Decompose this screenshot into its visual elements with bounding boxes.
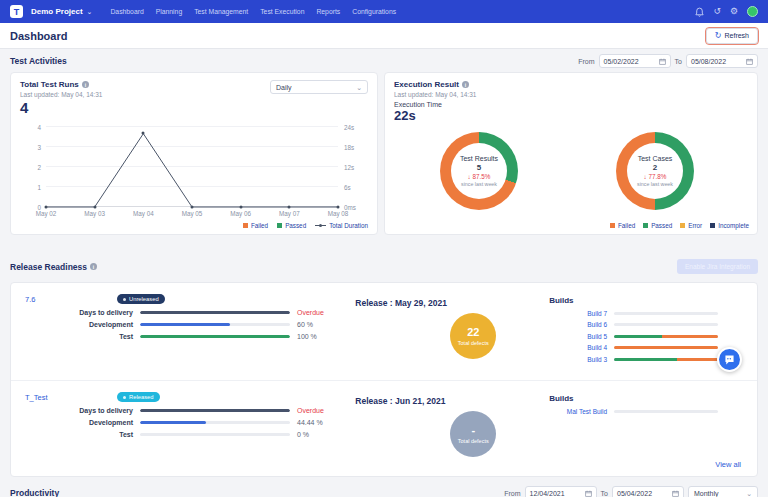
build-name-link[interactable]: Mal Test Build — [549, 408, 607, 415]
nav-item-planning[interactable]: Planning — [156, 8, 182, 15]
exec-legend-item-error[interactable]: Error — [680, 222, 702, 229]
period-select-value: Daily — [276, 84, 292, 91]
total-test-runs-last-updated: Last updated: May 04, 14:31 — [20, 91, 102, 98]
nav-item-test-management[interactable]: Test Management — [194, 8, 248, 15]
build-name-link[interactable]: Build 3 — [549, 356, 607, 363]
to-date-input[interactable]: 05/08/2022 — [686, 54, 758, 68]
execution-time-label: Execution Time — [394, 101, 748, 108]
info-icon[interactable]: i — [82, 81, 89, 88]
y2-axis-label: 6s — [344, 183, 351, 190]
nav-item-reports[interactable]: Reports — [316, 8, 340, 15]
release-name-link[interactable]: T_Test — [25, 393, 117, 402]
calendar-icon — [585, 490, 592, 497]
build-name-link[interactable]: Build 6 — [549, 321, 607, 328]
build-bar-segment — [614, 335, 662, 338]
release-readiness-header: Release Readiness i Enable Jira Integrat… — [10, 259, 758, 274]
metric-value: Overdue — [297, 309, 324, 316]
y2-axis-label: 18s — [344, 143, 354, 150]
build-bar — [614, 323, 718, 326]
release-date: Release : May 29, 2021 — [355, 298, 549, 308]
defects-label: Total defects — [458, 340, 489, 346]
donut-1: Test Cases2↓ 77.8%since last week — [616, 132, 694, 210]
release-row-t-test: T_TestReleasedDays to deliveryOverdueDev… — [11, 380, 757, 477]
view-all-link[interactable]: View all — [715, 460, 741, 469]
metric-bar — [140, 421, 290, 425]
nav-item-test-execution[interactable]: Test Execution — [260, 8, 304, 15]
to-date-value: 05/08/2022 — [691, 58, 726, 65]
donut-0: Test Results5↓ 87.5%since last week — [440, 132, 518, 210]
donut-value: 5 — [477, 163, 481, 173]
execution-result-last-updated: Last updated: May 04, 14:31 — [394, 91, 748, 98]
settings-gear-icon[interactable]: ⚙ — [730, 7, 738, 16]
info-icon[interactable]: i — [90, 263, 97, 270]
builds-column: BuildsMal Test Build — [549, 392, 743, 469]
test-activities-date-filters: From 05/02/2022 To 05/08/2022 — [578, 54, 758, 68]
y2-axis-label: 24s — [344, 123, 354, 130]
refresh-label: Refresh — [724, 32, 749, 39]
duration-line — [46, 127, 338, 207]
x-axis-label: May 06 — [230, 210, 251, 217]
metric-value: 0 % — [297, 431, 309, 438]
donut-center: Test Cases2↓ 77.8%since last week — [627, 143, 683, 199]
nav-item-configurations[interactable]: Configurations — [352, 8, 396, 15]
legend-item-failed[interactable]: Failed — [243, 222, 268, 229]
test-activities-header: Test Activities From 05/02/2022 To 05/08… — [10, 54, 758, 68]
app-logo-letter: T — [14, 7, 20, 17]
period-select[interactable]: Daily ⌄ — [270, 80, 368, 94]
user-avatar[interactable] — [747, 6, 758, 17]
build-bar — [614, 335, 718, 338]
build-name-link[interactable]: Build 7 — [549, 310, 607, 317]
productivity-to-date-input[interactable]: 05/04/2022 — [612, 486, 684, 497]
chevron-down-icon: ⌄ — [87, 8, 93, 15]
app-logo[interactable]: T — [10, 5, 23, 18]
legend-label: Passed — [651, 222, 672, 229]
legend-label: Failed — [251, 222, 268, 229]
build-row-build-3: Build 3 — [549, 356, 743, 363]
exec-legend-item-failed[interactable]: Failed — [610, 222, 635, 229]
build-bar — [614, 410, 718, 413]
release-name-link[interactable]: 7.6 — [25, 295, 117, 304]
history-icon[interactable]: ↺ — [713, 7, 721, 16]
y-axis-label: 2 — [37, 163, 41, 170]
from-date-input[interactable]: 05/02/2022 — [599, 54, 671, 68]
exec-legend-item-passed[interactable]: Passed — [643, 222, 672, 229]
build-row-build-7: Build 7 — [549, 310, 743, 317]
enable-jira-integration-button[interactable]: Enable Jira Integration — [677, 259, 758, 274]
metric-bar — [140, 323, 290, 327]
release-date-column: Release : Jun 21, 2021-Total defects — [355, 392, 549, 469]
donut-delta: ↓ 77.8% — [644, 173, 667, 181]
donut-subtext: since last week — [637, 181, 673, 188]
total-test-runs-card: Total Test Runs i Last updated: May 04, … — [10, 72, 378, 235]
nav-item-dashboard[interactable]: Dashboard — [110, 8, 143, 15]
total-defects-circle: 22Total defects — [450, 313, 496, 359]
donut-title: Test Results — [460, 155, 498, 164]
productivity-from-date-value: 12/04/2021 — [530, 490, 565, 497]
navbar-left: T Demo Project ⌄ DashboardPlanningTest M… — [10, 5, 396, 18]
productivity-from-date-input[interactable]: 12/04/2021 — [525, 486, 597, 497]
page-header: Dashboard ↻ Refresh — [0, 23, 768, 49]
build-bar-segment — [677, 358, 719, 361]
defects-value: 22 — [467, 327, 479, 338]
page: T Demo Project ⌄ DashboardPlanningTest M… — [0, 0, 768, 497]
metric-value: 100 % — [297, 333, 317, 340]
legend-item-total-duration[interactable]: Total Duration — [315, 222, 368, 229]
release-header: T_TestReleased — [25, 392, 355, 402]
notifications-bell-icon[interactable] — [695, 7, 704, 17]
productivity-period-select[interactable]: Monthly ⌄ — [688, 486, 758, 497]
y-axis-label: 1 — [37, 183, 41, 190]
legend-square-marker — [277, 223, 282, 228]
refresh-button[interactable]: ↻ Refresh — [706, 28, 758, 44]
legend-label: Incomplete — [718, 222, 749, 229]
build-name-link[interactable]: Build 4 — [549, 344, 607, 351]
legend-label: Passed — [285, 222, 306, 229]
build-name-link[interactable]: Build 5 — [549, 333, 607, 340]
from-date-value: 05/02/2022 — [604, 58, 639, 65]
release-date: Release : Jun 21, 2021 — [355, 396, 549, 406]
exec-legend-item-incomplete[interactable]: Incomplete — [710, 222, 749, 229]
project-switcher[interactable]: Demo Project ⌄ — [31, 7, 92, 16]
legend-item-passed[interactable]: Passed — [277, 222, 306, 229]
info-icon[interactable]: i — [462, 81, 469, 88]
legend-square-marker — [643, 223, 648, 228]
chat-widget-button[interactable] — [717, 347, 742, 372]
nav-menu: DashboardPlanningTest ManagementTest Exe… — [110, 8, 396, 15]
